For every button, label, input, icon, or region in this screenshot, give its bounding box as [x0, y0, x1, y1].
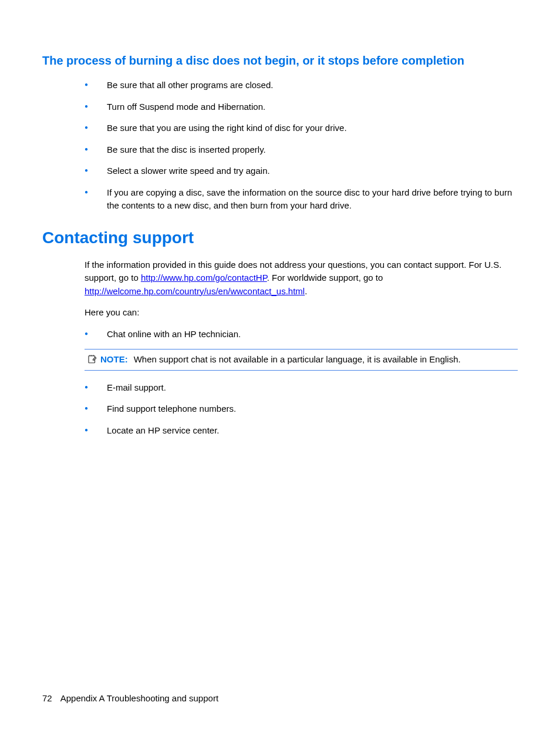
link-contacthp[interactable]: http://www.hp.com/go/contactHP — [141, 273, 267, 283]
list-item: Be sure that the disc is inserted proper… — [85, 143, 518, 157]
bullet-list-burning: Be sure that all other programs are clos… — [85, 79, 518, 213]
text: . For worldwide support, go to — [267, 273, 383, 283]
list-item: If you are copying a disc, save the info… — [85, 186, 518, 213]
page-footer: 72Appendix A Troubleshooting and support — [42, 692, 218, 705]
note-label: NOTE: — [100, 354, 128, 364]
list-item: Locate an HP service center. — [85, 424, 518, 438]
list-item: Find support telephone numbers. — [85, 402, 518, 416]
list-item: Chat online with an HP technician. — [85, 328, 518, 341]
bullet-list-support-2: E-mail support. Find support telephone n… — [85, 381, 518, 438]
list-item: Turn off Suspend mode and Hibernation. — [85, 100, 518, 114]
list-item: Select a slower write speed and try agai… — [85, 164, 518, 178]
heading-burning-disc: The process of burning a disc does not b… — [42, 53, 518, 68]
link-wwcontact[interactable]: http://welcome.hp.com/country/us/en/wwco… — [85, 286, 305, 296]
list-item: Be sure that you are using the right kin… — [85, 122, 518, 135]
note-content: NOTE:When support chat is not available … — [100, 353, 515, 367]
here-you-can: Here you can: — [85, 306, 518, 320]
text: . — [305, 286, 307, 296]
footer-text: Appendix A Troubleshooting and support — [60, 693, 218, 703]
list-item: E-mail support. — [85, 381, 518, 395]
note-box: NOTE:When support chat is not available … — [85, 349, 518, 371]
intro-paragraph: If the information provided in this guid… — [85, 258, 518, 298]
page-number: 72 — [42, 693, 52, 703]
list-item: Be sure that all other programs are clos… — [85, 79, 518, 92]
heading-contacting-support: Contacting support — [42, 226, 518, 250]
note-icon — [87, 354, 97, 364]
note-text: When support chat is not available in a … — [134, 354, 461, 364]
bullet-list-support-1: Chat online with an HP technician. — [85, 328, 518, 341]
